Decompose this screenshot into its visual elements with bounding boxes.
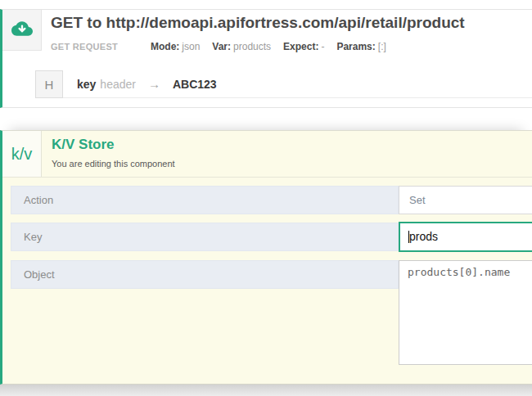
get-request-title: GET to http://demoapi.apifortress.com/ap… (51, 14, 525, 32)
kv-editing-status: You are editing this component (52, 159, 175, 169)
component-type-label: GET REQUEST (51, 42, 151, 52)
header-value: ABC123 (173, 78, 217, 91)
header-type-label: header (100, 78, 136, 91)
kv-form: Action Set Key prods Object products[0].… (11, 178, 532, 365)
object-textarea[interactable]: products[0].name (399, 260, 532, 365)
action-label: Action (11, 186, 399, 214)
header-row-content[interactable]: key header → ABC123 (63, 70, 532, 98)
action-select[interactable]: Set (399, 186, 532, 214)
object-label: Object (11, 260, 399, 289)
kv-row-object: Object products[0].name (11, 260, 532, 365)
meta-var: Var:products (212, 41, 271, 52)
header-key: key (77, 78, 96, 91)
panel-bottom-shadow (0, 385, 532, 396)
key-input[interactable]: prods (399, 222, 532, 252)
key-input-value: prods (409, 230, 438, 243)
meta-mode: Mode:json (151, 41, 200, 52)
kv-store-component: k/v K/V Store You are editing this compo… (0, 130, 532, 385)
arrow-right-icon: → (148, 77, 160, 91)
kv-store-title: K/V Store (52, 137, 115, 153)
kv-store-header: k/v K/V Store You are editing this compo… (2, 131, 532, 178)
component-icon-cell (2, 10, 42, 51)
meta-list: Mode:json Var:products Expect:- Params:[… (151, 41, 386, 52)
header-badge: H (35, 70, 63, 98)
request-header-row[interactable]: H key header → ABC123 (35, 70, 532, 98)
get-request-meta-row: GET REQUEST Mode:json Var:products Expec… (51, 41, 532, 52)
cloud-download-icon (10, 18, 34, 43)
kv-icon: k/v (2, 131, 42, 177)
kv-row-key: Key prods (11, 223, 532, 252)
meta-params: Params:[:] (336, 41, 385, 52)
get-request-component[interactable]: GET to http://demoapi.apifortress.com/ap… (0, 9, 532, 108)
key-label: Key (11, 223, 399, 251)
kv-row-action: Action Set (11, 186, 532, 214)
meta-expect: Expect:- (283, 41, 324, 52)
